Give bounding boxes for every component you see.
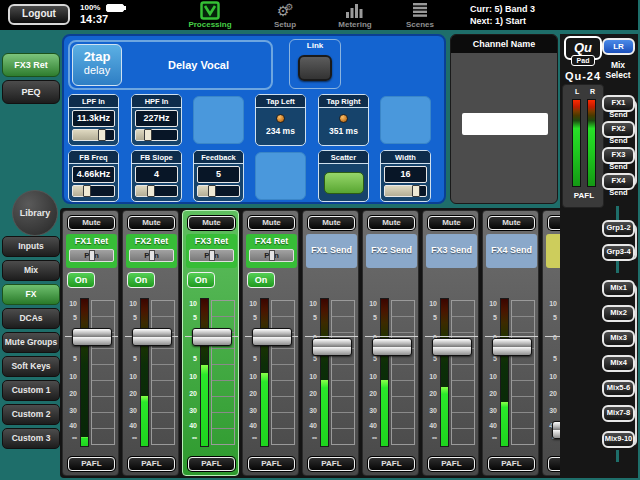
mix-select-fx3-send[interactable]: FX3 Send [602,147,635,164]
fb-slope-slider[interactable] [135,185,178,197]
channel-name-box[interactable]: FX4 Send [486,234,537,268]
pafl-button[interactable]: PAFL [188,457,235,471]
channel-name-box[interactable]: FX1 Send [306,234,357,268]
mix-select-mix3[interactable]: Mix3 [602,330,635,347]
channel-name-box[interactable]: FX2 Ret Pan [126,234,177,268]
fb-freq-slider[interactable] [72,185,115,197]
pafl-button[interactable]: PAFL [308,457,355,471]
channel-name-box[interactable]: FX3 Send [426,234,477,268]
mix-select-fx1-send[interactable]: FX1 Send [602,95,635,112]
fader-handle[interactable] [492,338,532,356]
mix-select-grp1-2[interactable]: Grp1-2 [602,220,635,237]
channel-name-box[interactable]: FX3 Ret Pan [186,234,237,268]
pan-slider[interactable]: Pan [189,249,234,262]
fader-handle[interactable] [252,328,292,346]
channel-name-box[interactable]: FX2 Send [366,234,417,268]
feedback-slider[interactable] [197,185,240,197]
mix-select-fx2-send[interactable]: FX2 Send [602,121,635,138]
pafl-button[interactable]: PAFL [248,457,295,471]
control-tap-left[interactable]: Tap Left 234 ms [255,94,306,146]
sidebar-item-mix[interactable]: Mix [2,260,60,281]
strip-fx1-ret[interactable]: Mute FX1 Ret Pan On 1050510203040∞ PAFL [62,210,119,476]
fader-track[interactable] [211,300,235,445]
lpf-slider[interactable] [72,129,115,141]
control-value: 4 [135,166,178,183]
mix-select-mix1[interactable]: Mix1 [602,280,635,297]
pan-slider[interactable]: Pan [129,249,174,262]
pafl-button[interactable]: PAFL [368,457,415,471]
pafl-button[interactable]: PAFL [428,457,475,471]
hpf-slider[interactable] [135,129,178,141]
mute-button[interactable]: Mute [128,216,175,230]
fader-handle[interactable] [132,328,172,346]
sidebar-item-inputs[interactable]: Inputs [2,236,60,257]
on-button[interactable]: On [127,272,155,288]
strip-fx2-send[interactable]: Mute FX2 Send 1050510203040∞ PAFL [362,210,419,476]
tab-processing[interactable]: Processing [175,1,245,29]
pafl-button[interactable]: PAFL [488,457,535,471]
strip-fx3-ret-selected[interactable]: Mute FX3 Ret Pan On 1050510203040∞ PAFL [182,210,239,476]
sidebar-tab-peq[interactable]: PEQ [2,80,60,104]
fader-handle[interactable] [192,328,232,346]
mix-select-mix9-10[interactable]: Mix9-10 [602,431,635,448]
mute-button[interactable]: Mute [488,216,535,230]
fader-track[interactable] [271,300,295,445]
on-button[interactable]: On [187,272,215,288]
fader-handle[interactable] [72,328,112,346]
fx-type-button[interactable]: 2tap delay [72,44,122,86]
pan-slider[interactable]: Pan [69,249,114,262]
sidebar-item-fx[interactable]: FX [2,284,60,305]
channel-name-input[interactable] [462,113,548,135]
strip-fx3-send[interactable]: Mute FX3 Send 1050510203040∞ PAFL [422,210,479,476]
pafl-button[interactable]: PAFL [128,457,175,471]
tab-metering[interactable]: Metering [320,1,390,29]
mix-select-mix7-8[interactable]: Mix7-8 [602,405,635,422]
mute-button[interactable]: Mute [188,216,235,230]
fader-track[interactable] [511,300,535,445]
fader-handle[interactable] [312,338,352,356]
on-button[interactable]: On [247,272,275,288]
mute-button[interactable]: Mute [428,216,475,230]
mix-select-mix4[interactable]: Mix4 [602,355,635,372]
fader-handle[interactable] [372,338,412,356]
sidebar-tab-fx3-ret[interactable]: FX3 Ret [2,53,60,77]
mute-button[interactable]: Mute [68,216,115,230]
mix-select-mix2[interactable]: Mix2 [602,305,635,322]
fader-handle[interactable] [432,338,472,356]
fader-track[interactable] [451,300,475,445]
channel-name-box[interactable]: FX4 Ret Pan [246,234,297,268]
on-button[interactable]: On [67,272,95,288]
sidebar-item-dcas[interactable]: DCAs [2,308,60,329]
pafl-button[interactable]: PAFL [68,457,115,471]
fader-track[interactable] [391,300,415,445]
tab-setup[interactable]: ⚙⚙ Setup [250,1,320,29]
sidebar-item-soft-keys[interactable]: Soft Keys [2,356,60,377]
mix-select-grp3-4[interactable]: Grp3-4 [602,244,635,261]
pan-slider[interactable]: Pan [249,249,294,262]
link-button[interactable] [298,55,332,81]
library-button[interactable]: Library [12,190,58,236]
mute-button[interactable]: Mute [248,216,295,230]
mute-button[interactable]: Mute [308,216,355,230]
sidebar-item-custom-1[interactable]: Custom 1 [2,380,60,401]
mute-button[interactable]: Mute [368,216,415,230]
channel-name-box[interactable]: FX1 Ret Pan [66,234,117,268]
strip-fx2-ret[interactable]: Mute FX2 Ret Pan On 1050510203040∞ PAFL [122,210,179,476]
mix-select-fx4-send[interactable]: FX4 Send [602,173,635,190]
strip-fx4-send[interactable]: Mute FX4 Send 1050510203040∞ PAFL [482,210,539,476]
control-tap-right[interactable]: Tap Right 351 ms [318,94,369,146]
width-slider[interactable] [384,185,427,197]
fader-track[interactable] [331,300,355,445]
mix-select-mix5-6[interactable]: Mix5-6 [602,380,635,397]
fader-track[interactable] [151,300,175,445]
fader-track[interactable] [91,300,115,445]
sidebar-item-custom-2[interactable]: Custom 2 [2,404,60,425]
mix-select-lr-button[interactable]: LR [602,38,635,55]
sidebar-item-custom-3[interactable]: Custom 3 [2,428,60,449]
strip-fx4-ret[interactable]: Mute FX4 Ret Pan On 1050510203040∞ PAFL [242,210,299,476]
sidebar-item-mute-groups[interactable]: Mute Groups [2,332,60,353]
strip-fx1-send[interactable]: Mute FX1 Send 1050510203040∞ PAFL [302,210,359,476]
tab-scenes[interactable]: Scenes [385,1,455,29]
logout-button[interactable]: Logout [8,4,70,25]
scatter-button[interactable] [324,172,364,194]
